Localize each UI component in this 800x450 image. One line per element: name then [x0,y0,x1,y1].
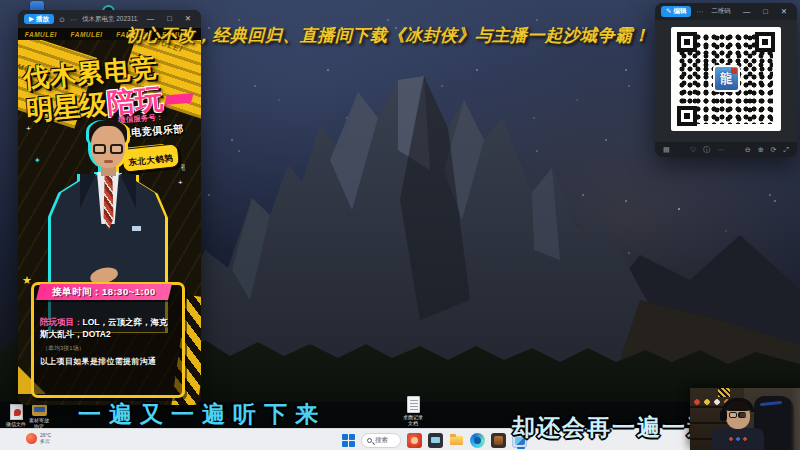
hand-icon: ✌ [179,162,188,173]
qr-code-image: 龍 [671,27,781,131]
edge-browser-icon[interactable] [470,433,485,448]
player-window: ▶播放 ⊙ ⋯ 伐木累电竞 20231113 2321 — □ ✕ FAMULE… [18,10,201,405]
shirt-print [728,436,748,442]
wechat-file-icon [10,404,23,420]
game-app-icon[interactable] [407,433,422,448]
more-menu-icon[interactable]: ⋯ [696,8,703,15]
zoom-out-icon[interactable]: ⊖ [745,146,751,153]
desktop-icon-folder[interactable]: 素材寄放 协定 [22,404,56,429]
brand-strip-item: FAMULEI [71,31,103,38]
photo-toolbar: ▤ ♡ ⓘ ⋯ ⊖ ⊕ ⟳ ⤢ [655,142,797,157]
schedule-text: 接单时间：18:30~1:00 [52,286,156,299]
poster-video-content[interactable]: FAMULEI FAMULEI FAMULEI FAMULEI FAMULEI … [18,28,201,405]
games-note: （单均3接1场） [42,344,85,353]
desktop-icon-document[interactable]: 桌面记录 文档 [396,396,430,426]
photo-titlebar: ✎编辑 ⋯ 二维码 — □ ✕ [655,3,797,20]
qr-finder [755,32,775,52]
glasses [110,144,123,154]
active-app-indicator [517,447,525,449]
settings-icon[interactable]: ⊙ [59,16,65,23]
document-icon [407,396,420,413]
desktop: 微信文件 JXQ011 素材寄放 协定 桌面记录 文档 ▶播放 ⊙ ⋯ 伐木累电… [0,0,800,450]
schedule-ribbon: 接单时间：18:30~1:00 [36,284,172,300]
rotate-icon[interactable]: ⟳ [771,146,777,153]
marquee-announcement: 初心不改，经典回归、直播间下载《冰封侠》与主播一起沙城争霸！ [125,24,650,47]
play-badge[interactable]: ▶播放 [24,14,54,25]
star-icon: ★ [22,274,32,287]
search-icon [367,438,372,443]
webcam-feed [690,388,800,450]
more-menu-icon[interactable]: ⋯ [70,16,77,23]
red-seal [731,68,737,74]
video-app-icon[interactable] [428,433,443,448]
lyric-subtitle-1: 一遍又一遍听下来 [78,399,326,430]
pocket-square [132,226,141,231]
rank-note: 以上项目如果是排位需提前沟通 [40,356,174,367]
maximize-button[interactable]: □ [163,15,176,23]
player-window-title: 伐木累电竞 20231113 2321 [82,15,138,24]
taskbar-center: 搜索 [342,429,527,450]
qr-finder [677,32,697,52]
more-icon[interactable]: ⋯ [717,146,724,153]
gallery-icon[interactable]: ▤ [663,146,670,153]
webcam-shadow-edge [790,388,800,450]
headphone-cup [720,410,727,421]
close-button[interactable]: ✕ [181,15,195,23]
qr-finder [677,106,697,126]
start-button[interactable] [342,434,355,447]
shelf-item [718,388,730,397]
icon-label: 文档 [408,420,418,426]
close-button[interactable]: ✕ [777,8,791,16]
brand-strip-item: FAMULEI [25,31,57,38]
zoom-in-icon[interactable]: ⊕ [758,146,764,153]
weather-icon [26,433,37,444]
store-app-icon[interactable] [491,433,506,448]
taskbar-search[interactable]: 搜索 [361,433,401,448]
minimize-button[interactable]: — [739,8,755,16]
suit-lapel [120,174,136,208]
suit-lapel [80,174,96,208]
fullscreen-icon[interactable]: ⤢ [783,146,789,153]
play-icon: ▶ [29,16,34,23]
photo-viewer-window: ✎编辑 ⋯ 二维码 — □ ✕ 龍 ▤ ♡ ⓘ ⋯ ⊖ ⊕ ⟳ [655,3,797,157]
maximize-button[interactable]: □ [759,8,772,16]
streamer-glasses [729,412,737,418]
games-list: 陪玩项目：LOL，云顶之弈，海克 斯大乱斗，DOTA2 [40,316,170,340]
qr-center-logo: 龍 [713,65,740,92]
sparkle-icon: ✦ [34,156,41,165]
mouth [104,160,113,163]
info-icon[interactable]: ⓘ [703,146,710,153]
sparkle-icon: + [26,124,31,133]
edit-badge[interactable]: ✎编辑 [661,6,691,17]
folder-icon [32,404,47,416]
headphones [722,398,754,412]
sparkle-icon: + [178,178,183,187]
games-label: 陪玩项目： [40,317,83,327]
photo-window-title: 二维码 [708,7,733,16]
pencil-icon: ✎ [666,8,671,15]
weather-widget[interactable]: 26°C 多云 [26,432,51,444]
games-line: LOL，云顶之弈，海克 [83,317,168,327]
like-icon[interactable]: ♡ [690,146,696,153]
file-explorer-icon[interactable] [449,433,464,448]
games-line: 斯大乱斗，DOTA2 [40,329,111,339]
search-label: 搜索 [375,436,388,445]
glasses [93,144,106,154]
lyric-subtitle-2: 却还会再一遍一遍 [512,412,712,443]
minimize-button[interactable]: — [143,15,159,23]
weather-cond: 多云 [40,438,51,444]
